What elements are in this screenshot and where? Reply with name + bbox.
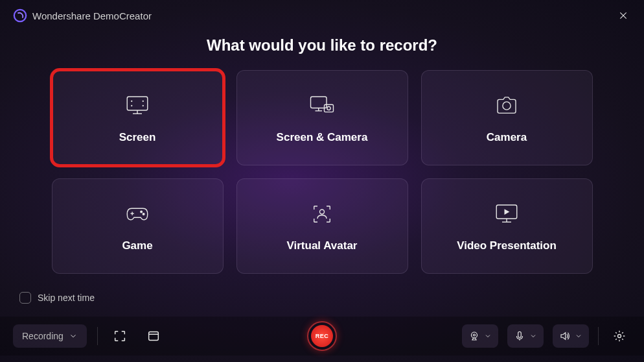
card-label: Virtual Avatar	[287, 239, 358, 252]
svg-point-19	[143, 213, 144, 215]
record-options-grid: Screen Screen & Camera Camera	[0, 70, 644, 274]
svg-marker-31	[561, 333, 566, 340]
gear-icon	[613, 330, 626, 343]
screen-icon	[124, 92, 151, 119]
window-icon	[146, 329, 161, 343]
svg-point-9	[143, 105, 143, 106]
mode-dropdown[interactable]: Recording	[13, 324, 87, 348]
card-label: Game	[122, 239, 152, 252]
header: Wondershare DemoCreator	[0, 0, 644, 23]
webcam-icon	[468, 330, 480, 342]
card-label: Screen	[119, 131, 156, 144]
svg-point-15	[503, 101, 511, 109]
app-name: Wondershare DemoCreator	[32, 10, 152, 21]
crop-icon	[113, 329, 127, 343]
card-label: Camera	[487, 131, 527, 144]
chevron-down-icon	[529, 332, 537, 340]
virtual-avatar-icon	[308, 200, 336, 228]
crop-region-button[interactable]	[108, 324, 132, 348]
app-logo-icon	[13, 8, 27, 23]
svg-point-27	[472, 332, 477, 338]
close-button[interactable]	[615, 8, 631, 23]
rec-label: REC	[311, 325, 333, 347]
card-screen-camera[interactable]: Screen & Camera	[236, 70, 408, 165]
toolbar-separator	[598, 327, 599, 345]
skip-label: Skip next time	[38, 293, 95, 303]
webcam-dropdown[interactable]	[462, 324, 498, 348]
settings-button[interactable]	[608, 324, 631, 348]
card-screen[interactable]: Screen	[52, 70, 224, 165]
svg-point-28	[474, 334, 476, 336]
chevron-down-icon	[575, 332, 582, 340]
window-select-button[interactable]	[142, 324, 165, 348]
skip-checkbox[interactable]	[19, 292, 31, 304]
toolbar-left: Recording	[13, 324, 165, 348]
svg-point-8	[132, 105, 132, 106]
svg-marker-24	[505, 209, 510, 215]
screen-camera-icon	[308, 92, 336, 119]
svg-rect-29	[518, 332, 522, 337]
card-label: Screen & Camera	[277, 131, 368, 144]
close-icon	[618, 10, 628, 21]
svg-rect-25	[148, 332, 158, 341]
record-button[interactable]: REC	[307, 321, 337, 351]
svg-point-7	[143, 101, 143, 101]
record-button-container: REC	[307, 321, 337, 351]
logo-area: Wondershare DemoCreator	[13, 8, 152, 23]
svg-point-20	[320, 210, 325, 214]
card-video-presentation[interactable]: Video Presentation	[421, 178, 593, 274]
skip-row: Skip next time	[0, 274, 644, 304]
toolbar-right	[462, 324, 631, 348]
game-icon	[124, 200, 151, 228]
chevron-down-icon	[69, 332, 78, 341]
microphone-icon	[514, 330, 525, 342]
bottom-toolbar: Recording REC	[0, 317, 644, 356]
svg-point-6	[132, 101, 132, 101]
toolbar-separator	[97, 327, 98, 345]
chevron-down-icon	[484, 332, 492, 340]
card-virtual-avatar[interactable]: Virtual Avatar	[236, 178, 408, 274]
microphone-dropdown[interactable]	[507, 324, 544, 348]
svg-rect-3	[127, 97, 148, 110]
mode-label: Recording	[22, 331, 63, 341]
speaker-dropdown[interactable]	[553, 324, 589, 348]
card-camera[interactable]: Camera	[421, 70, 593, 165]
card-game[interactable]: Game	[52, 178, 224, 274]
speaker-icon	[559, 330, 571, 342]
page-title: What would you like to record?	[0, 36, 644, 54]
svg-point-32	[618, 335, 621, 338]
svg-point-14	[327, 106, 330, 110]
video-presentation-icon	[493, 200, 520, 228]
svg-point-0	[14, 10, 26, 21]
camera-icon	[493, 92, 520, 119]
svg-point-18	[141, 211, 143, 213]
card-label: Video Presentation	[457, 239, 557, 252]
